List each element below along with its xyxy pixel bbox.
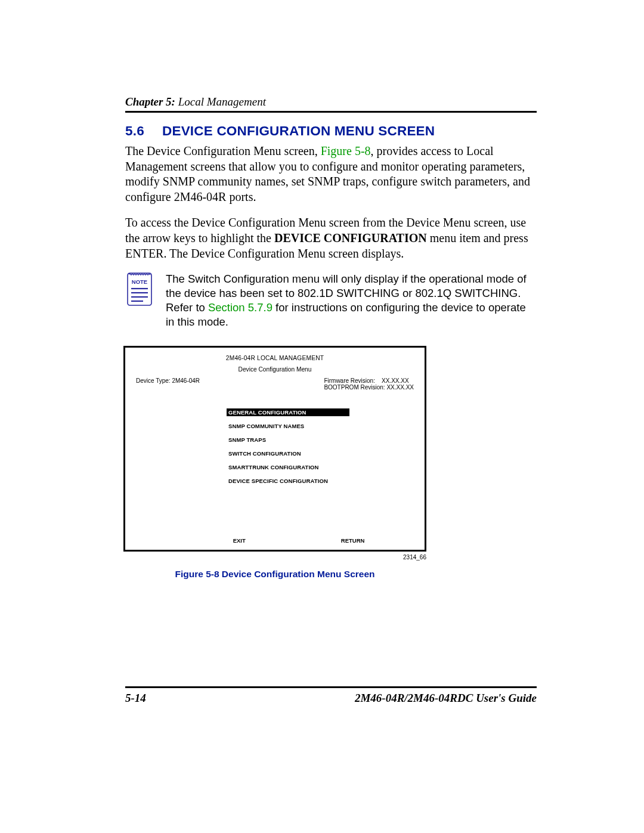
section-title: DEVICE CONFIGURATION MENU SCREEN [162,123,435,138]
return-button[interactable]: RETURN [341,537,365,544]
terminal-menu: GENERAL CONFIGURATION SNMP COMMUNITY NAM… [227,406,414,488]
section-link[interactable]: Section 5.7.9 [208,301,273,314]
terminal-title: 2M46-04R LOCAL MANAGEMENT [136,355,414,361]
note-icon: NOTE [125,272,154,309]
terminal-subtitle: Device Configuration Menu [136,366,414,373]
running-header: Chapter 5: Local Management [125,95,537,109]
menu-item-snmp-traps[interactable]: SNMP TRAPS [227,436,268,444]
menu-item-smarttrunk-configuration[interactable]: SMARTTRUNK CONFIGURATION [227,463,321,471]
bootprom-revision: BOOTPROM Revision: XX.XX.XX [324,384,414,391]
exit-button[interactable]: EXIT [233,537,246,544]
section-number: 5.6 [125,123,162,139]
guide-title: 2M46-04R/2M46-04RDC User's Guide [355,692,537,705]
paragraph-2: To access the Device Configuration Menu … [125,215,537,261]
footer-rule [125,686,537,688]
page-number: 5-14 [125,692,146,705]
firmware-revision: Firmware Revision: XX.XX.XX [324,377,414,384]
figure-caption: Figure 5-8 Device Configuration Menu Scr… [123,569,426,580]
para1-pre: The Device Configuration Menu screen, [125,144,321,157]
paragraph-1: The Device Configuration Menu screen, Fi… [125,144,537,205]
menu-item-switch-configuration[interactable]: SWITCH CONFIGURATION [227,450,303,457]
figure-id: 2314_66 [123,554,426,561]
menu-item-general-configuration[interactable]: GENERAL CONFIGURATION [227,408,349,416]
section-heading: 5.6DEVICE CONFIGURATION MENU SCREEN [125,123,537,139]
note-label: NOTE [132,278,147,285]
terminal-screen: 2M46-04R LOCAL MANAGEMENT Device Configu… [123,346,426,552]
chapter-title: Local Management [175,95,266,108]
chapter-label: Chapter 5: [125,95,175,108]
revision-block: Firmware Revision: XX.XX.XX BOOTPROM Rev… [324,377,414,391]
device-type-label: Device Type: 2M46-04R [136,377,200,391]
note-text: The Switch Configuration menu will only … [166,272,537,329]
page-footer: 5-14 2M46-04R/2M46-04RDC User's Guide [125,686,537,705]
para2-bold: DEVICE CONFIGURATION [274,231,427,244]
note-block: NOTE The Switch Configuration menu will … [125,272,537,329]
terminal-figure: 2M46-04R LOCAL MANAGEMENT Device Configu… [123,346,537,580]
figure-link[interactable]: Figure 5-8 [321,144,371,157]
menu-item-snmp-community-names[interactable]: SNMP COMMUNITY NAMES [227,422,306,430]
terminal-footer: EXIT RETURN [136,537,414,545]
page: Chapter 5: Local Management 5.6DEVICE CO… [0,0,644,833]
menu-item-device-specific-configuration[interactable]: DEVICE SPECIFIC CONFIGURATION [227,477,330,485]
header-rule [125,111,537,113]
terminal-info-row: Device Type: 2M46-04R Firmware Revision:… [136,377,414,391]
